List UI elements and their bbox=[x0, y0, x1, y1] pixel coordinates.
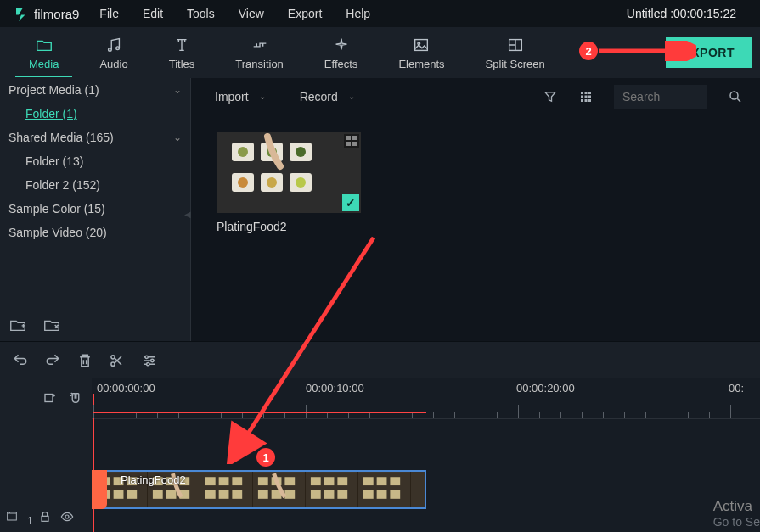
chevron-down-icon: ⌄ bbox=[348, 92, 355, 101]
record-dropdown[interactable]: Record ⌄ bbox=[293, 87, 362, 107]
svg-rect-11 bbox=[581, 99, 583, 102]
svg-point-35 bbox=[145, 356, 148, 358]
tree-project-media[interactable]: Project Media (1) ⌄ bbox=[0, 78, 190, 102]
svg-rect-82 bbox=[377, 490, 387, 499]
undo-icon[interactable] bbox=[12, 352, 29, 369]
menu-export[interactable]: Export bbox=[278, 3, 332, 24]
tab-titles[interactable]: Titles bbox=[149, 31, 216, 76]
titlebar: filmora9 File Edit Tools View Export Hel… bbox=[0, 0, 760, 27]
svg-rect-64 bbox=[258, 477, 268, 485]
svg-rect-67 bbox=[258, 490, 268, 499]
svg-point-37 bbox=[147, 362, 149, 365]
tab-effects[interactable]: Effects bbox=[304, 31, 379, 76]
remove-folder-icon[interactable] bbox=[42, 316, 61, 334]
import-dropdown[interactable]: Import ⌄ bbox=[208, 87, 273, 107]
annotation-badge-1: 1 bbox=[256, 448, 275, 467]
svg-rect-60 bbox=[205, 490, 216, 499]
export-button[interactable]: EXPORT bbox=[666, 37, 752, 68]
tab-audio[interactable]: Audio bbox=[79, 31, 148, 76]
main-toolbar: Media Audio Titles Transition Effects El… bbox=[0, 27, 760, 78]
svg-point-1 bbox=[116, 46, 120, 49]
timeline-left-panel: 1 bbox=[0, 378, 92, 532]
tree-folder-2-152[interactable]: Folder 2 (152) bbox=[0, 173, 190, 197]
lock-icon[interactable] bbox=[38, 510, 55, 527]
track-type-icon[interactable] bbox=[5, 510, 22, 527]
svg-point-36 bbox=[151, 359, 154, 361]
media-content: Import ⌄ Record ⌄ bbox=[191, 78, 760, 341]
delete-icon[interactable] bbox=[76, 352, 93, 369]
menu-edit[interactable]: Edit bbox=[132, 3, 173, 24]
folder-icon bbox=[35, 36, 53, 54]
timeline-tracks[interactable]: 00:00:00:00 00:00:10:00 00:00:20:00 00: … bbox=[92, 378, 760, 532]
ruler-label: 00:00:20:00 bbox=[516, 382, 575, 395]
media-thumbnail[interactable]: ✓ bbox=[217, 132, 361, 213]
menu-file[interactable]: File bbox=[89, 3, 129, 24]
media-item-label: PlatingFood2 bbox=[217, 213, 361, 240]
filter-icon[interactable] bbox=[543, 89, 558, 104]
split-screen-icon bbox=[506, 36, 525, 54]
chevron-down-icon: ⌄ bbox=[259, 92, 266, 101]
app-logo: filmora9 bbox=[7, 6, 86, 21]
tree-folder-1[interactable]: Folder (1) bbox=[0, 102, 190, 126]
adjust-icon[interactable] bbox=[141, 352, 158, 369]
svg-rect-30 bbox=[352, 136, 357, 140]
app-name: filmora9 bbox=[34, 7, 79, 21]
timeline-clip[interactable]: PlatingFood2 bbox=[93, 470, 426, 509]
timeline-ruler[interactable]: 00:00:00:00 00:00:10:00 00:00:20:00 00: bbox=[92, 378, 760, 419]
tree-sample-color[interactable]: Sample Color (15) bbox=[0, 197, 190, 221]
svg-rect-39 bbox=[8, 513, 17, 520]
sparkle-icon bbox=[332, 36, 351, 54]
svg-rect-75 bbox=[324, 490, 335, 499]
svg-rect-9 bbox=[585, 95, 588, 98]
media-sidebar: Project Media (1) ⌄ Folder (1) Shared Me… bbox=[0, 78, 191, 341]
menu-help[interactable]: Help bbox=[335, 3, 380, 24]
add-folder-icon[interactable] bbox=[8, 316, 27, 334]
grid-view-icon[interactable] bbox=[578, 89, 594, 104]
tab-split-screen[interactable]: Split Screen bbox=[465, 31, 566, 76]
marker-add-icon[interactable] bbox=[42, 390, 59, 407]
svg-rect-29 bbox=[346, 136, 351, 140]
svg-rect-71 bbox=[311, 477, 321, 485]
tree-sample-video[interactable]: Sample Video (20) bbox=[0, 221, 190, 244]
svg-rect-79 bbox=[377, 477, 387, 485]
clip-label: PlatingFood2 bbox=[121, 473, 186, 486]
media-grid: ✓ PlatingFood2 bbox=[191, 115, 760, 341]
split-icon[interactable] bbox=[109, 352, 126, 369]
ruler-label: 00: bbox=[729, 382, 744, 395]
sidebar-collapse-handle[interactable]: ◀ bbox=[184, 210, 191, 219]
svg-rect-74 bbox=[311, 490, 321, 499]
tab-media[interactable]: Media bbox=[8, 31, 79, 76]
svg-rect-6 bbox=[585, 92, 588, 94]
svg-rect-48 bbox=[127, 490, 137, 499]
svg-point-41 bbox=[65, 515, 69, 518]
eye-icon[interactable] bbox=[60, 510, 77, 527]
redo-icon[interactable] bbox=[44, 352, 61, 369]
timeline-toolbar bbox=[0, 341, 760, 378]
check-icon: ✓ bbox=[342, 194, 359, 211]
svg-rect-73 bbox=[337, 477, 347, 485]
svg-rect-31 bbox=[346, 142, 351, 146]
menu-view[interactable]: View bbox=[228, 3, 274, 24]
menu-tools[interactable]: Tools bbox=[177, 3, 225, 24]
content-toolbar: Import ⌄ Record ⌄ bbox=[191, 78, 760, 115]
tree-folder-13[interactable]: Folder (13) bbox=[0, 149, 190, 173]
search-icon[interactable] bbox=[728, 89, 743, 104]
svg-rect-13 bbox=[588, 99, 591, 102]
filmstrip-icon bbox=[344, 134, 359, 148]
annotation-badge-2: 2 bbox=[579, 42, 598, 60]
clip-start-marker[interactable] bbox=[92, 470, 107, 509]
timeline: 1 00:00:00:00 00:00:10:00 00:00:20:00 00… bbox=[0, 378, 760, 532]
svg-point-0 bbox=[109, 48, 112, 51]
media-item[interactable]: ✓ PlatingFood2 bbox=[217, 132, 361, 240]
svg-rect-58 bbox=[219, 477, 229, 485]
tab-elements[interactable]: Elements bbox=[378, 31, 464, 76]
chevron-down-icon: ⌄ bbox=[173, 84, 182, 96]
tab-transition[interactable]: Transition bbox=[215, 31, 304, 76]
magnet-icon[interactable] bbox=[68, 390, 85, 407]
tree-shared-media[interactable]: Shared Media (165) ⌄ bbox=[0, 126, 190, 149]
ruler-label: 00:00:10:00 bbox=[306, 382, 364, 395]
svg-rect-38 bbox=[45, 395, 53, 402]
search-input[interactable] bbox=[614, 85, 707, 109]
svg-rect-62 bbox=[232, 490, 242, 499]
project-title: Untitled :00:00:15:22 bbox=[610, 7, 753, 20]
